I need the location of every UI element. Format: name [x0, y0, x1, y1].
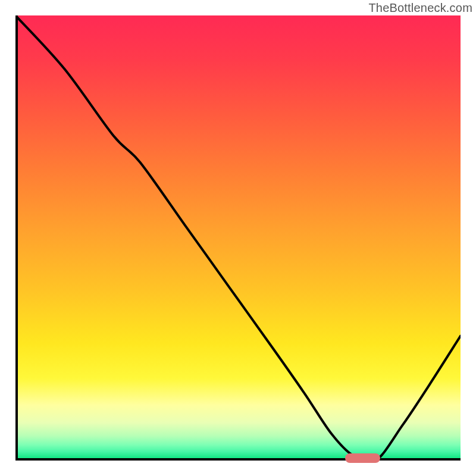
- plot-area: [15, 15, 461, 461]
- chart-container: TheBottleneck.com: [0, 0, 476, 476]
- optimal-marker: [345, 453, 381, 463]
- attribution-text: TheBottleneck.com: [368, 1, 472, 15]
